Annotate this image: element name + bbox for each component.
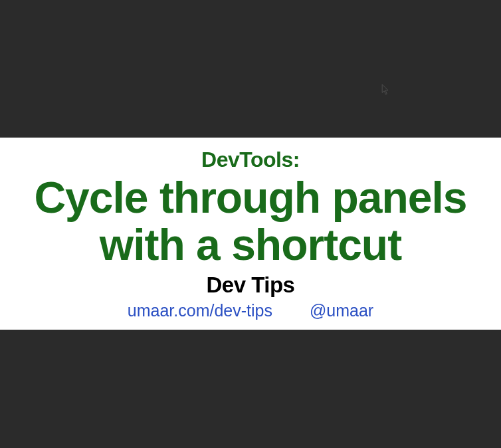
subtitle: DevTools: xyxy=(8,148,493,171)
title-card: DevTools: Cycle through panels with a sh… xyxy=(0,138,501,330)
main-title: Cycle through panels with a shortcut xyxy=(8,174,493,269)
links-row: umaar.com/dev-tips @umaar xyxy=(8,301,493,320)
top-dark-region xyxy=(0,0,501,138)
twitter-handle-link[interactable]: @umaar xyxy=(310,301,373,320)
site-link[interactable]: umaar.com/dev-tips xyxy=(128,301,272,320)
cursor-icon xyxy=(381,84,390,95)
bottom-dark-region xyxy=(0,330,501,448)
series-name: Dev Tips xyxy=(8,273,493,297)
